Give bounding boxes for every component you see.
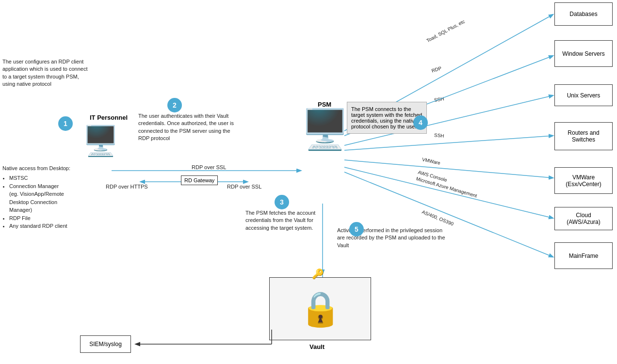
svg-line-10 bbox=[344, 160, 553, 178]
access-item-3: RDP File bbox=[9, 214, 99, 222]
key-icon: 🔑 bbox=[312, 268, 324, 280]
protocol-aws: AWS ConsoleMicrosoft Azure Management bbox=[415, 169, 480, 200]
access-item-4: Any standard RDP client bbox=[9, 222, 99, 230]
target-mainframe: MainFrame bbox=[554, 242, 613, 269]
protocol-rdp: RDP bbox=[431, 65, 442, 75]
step2-circle: 2 bbox=[167, 98, 182, 112]
access-item-2: Connection Manager(eg. VisionApp/RemoteD… bbox=[9, 182, 99, 214]
target-unix-servers: Unix Servers bbox=[554, 84, 613, 106]
protocol-vmware: VMWare bbox=[422, 156, 441, 167]
access-item-1: MSTSC bbox=[9, 174, 99, 182]
computer-icon: 🖥️ bbox=[82, 124, 119, 158]
step4-circle: 4 bbox=[413, 115, 428, 130]
step2-description: The user authenticates with their Vault … bbox=[138, 112, 235, 142]
svg-line-9 bbox=[344, 136, 553, 150]
siem-box: SIEM/syslog bbox=[80, 335, 131, 353]
protocol-ssh2: SSH bbox=[434, 132, 444, 140]
vault-icon: 🔒 bbox=[299, 289, 341, 329]
rdp-https-label: RDP over HTTPS bbox=[106, 183, 148, 190]
rd-gateway-box: RD Gateway bbox=[181, 175, 218, 185]
step1-description: The user configures an RDP client applic… bbox=[2, 58, 90, 88]
protocol-as400: AS/400, OS390 bbox=[421, 209, 455, 228]
step3-circle: 3 bbox=[275, 195, 289, 209]
rdp-ssl2-label: RDP over SSL bbox=[227, 183, 261, 190]
step5-circle: 5 bbox=[349, 222, 364, 237]
protocol-toad: Toad, SQL Plus, etc bbox=[425, 18, 466, 44]
target-window-servers: Window Servers bbox=[554, 40, 613, 67]
target-vmware: VMWare(Esx/vCenter) bbox=[554, 167, 613, 194]
step3-description: The PSM fetches the account credentials … bbox=[245, 209, 330, 232]
psm-server-icon: 🖥️ bbox=[301, 107, 349, 152]
native-access-label: Native access from Desktop: MSTSC Connec… bbox=[2, 165, 99, 230]
vault-container: 🔒 bbox=[269, 277, 371, 340]
rdp-ssl-label: RDP over SSL bbox=[192, 164, 226, 171]
it-personnel-label: IT Personnel bbox=[90, 114, 128, 121]
diagram: The user configures an RDP client applic… bbox=[0, 0, 617, 364]
step1-circle: 1 bbox=[58, 116, 73, 131]
vault-label: Vault bbox=[309, 343, 325, 350]
target-cloud: Cloud(AWS/Azura) bbox=[554, 207, 613, 230]
svg-line-11 bbox=[344, 167, 553, 218]
protocol-ssh1: SSH bbox=[434, 95, 444, 104]
target-databases: Databases bbox=[554, 2, 613, 26]
target-routers-switches: Routers and Switches bbox=[554, 122, 613, 150]
